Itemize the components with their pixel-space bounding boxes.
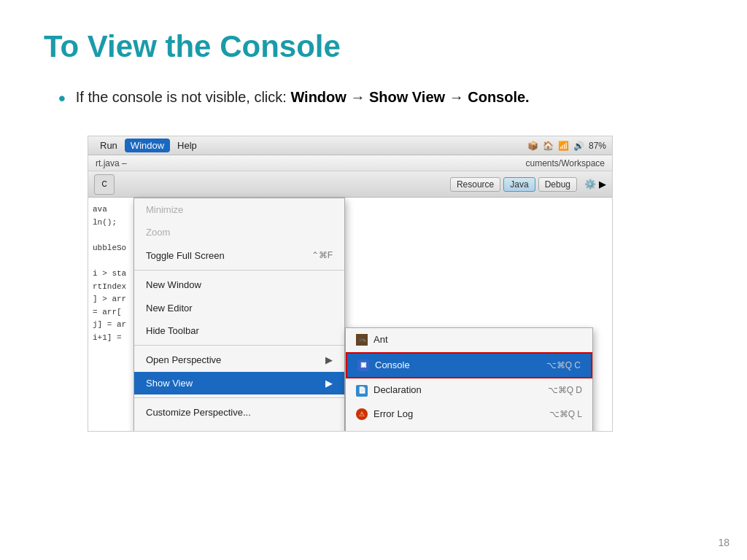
- main-area: ava ln(); ubbleSo i > sta rtIndex ] > ar…: [88, 198, 612, 431]
- page-number: 18: [718, 537, 729, 548]
- menu-bar-right: 📦 🏠 📶 🔊 87%: [527, 141, 606, 151]
- battery-level: 87%: [589, 141, 606, 151]
- toolbar-bar: C Resource Java Debug ⚙️ ▶: [88, 171, 612, 198]
- bullet-text: If the console is not visible, click: Wi…: [76, 86, 530, 108]
- menu-item-run[interactable]: Run: [94, 139, 123, 152]
- wifi-icon: 📶: [558, 141, 569, 151]
- toolbar-icon[interactable]: C: [94, 174, 115, 195]
- home-icon: 🏠: [543, 141, 554, 151]
- slide-title: To View the Console: [44, 29, 703, 64]
- screenshot-container: Run Window Help 📦 🏠 📶 🔊 87% rt.java – cu…: [88, 136, 613, 432]
- bullet-item: • If the console is not visible, click: …: [58, 86, 703, 114]
- code-line: = arr[: [93, 306, 189, 319]
- code-line: ln();: [93, 217, 189, 230]
- right-panel: t endIndex){: [194, 198, 612, 431]
- code-line: i+1] =: [93, 332, 189, 345]
- slide: To View the Console • If the console is …: [0, 0, 747, 560]
- code-line: rtIndex: [93, 281, 189, 294]
- code-line: ] > arr: [93, 293, 189, 306]
- code-text: t endIndex){: [198, 203, 608, 217]
- menu-item-window[interactable]: Window: [125, 139, 170, 152]
- dropbox-icon: 📦: [527, 141, 538, 151]
- code-panel: ava ln(); ubbleSo i > sta rtIndex ] > ar…: [88, 198, 194, 431]
- code-line: ava: [93, 203, 189, 217]
- bullet-dot: •: [58, 83, 66, 114]
- code-line: [93, 229, 189, 242]
- debug-btn[interactable]: Debug: [538, 177, 577, 192]
- path-bar: rt.java – cuments/Workspace: [88, 155, 612, 171]
- code-line: j] = ar: [93, 319, 189, 332]
- bullet-list: • If the console is not visible, click: …: [58, 86, 703, 114]
- code-line: i > sta: [93, 268, 189, 281]
- workspace-path: cuments/Workspace: [526, 158, 605, 168]
- menu-item-help[interactable]: Help: [171, 139, 203, 152]
- file-tab[interactable]: rt.java –: [96, 158, 127, 168]
- code-line: [93, 254, 189, 268]
- resource-btn[interactable]: Resource: [450, 177, 500, 192]
- volume-icon: 🔊: [573, 141, 584, 151]
- code-line: ubbleSo: [93, 242, 189, 255]
- menu-bar-left: Run Window Help: [94, 139, 203, 152]
- right-code: t endIndex){: [194, 198, 612, 222]
- java-btn[interactable]: Java: [503, 177, 535, 192]
- menu-bar: Run Window Help 📦 🏠 📶 🔊 87%: [88, 136, 612, 155]
